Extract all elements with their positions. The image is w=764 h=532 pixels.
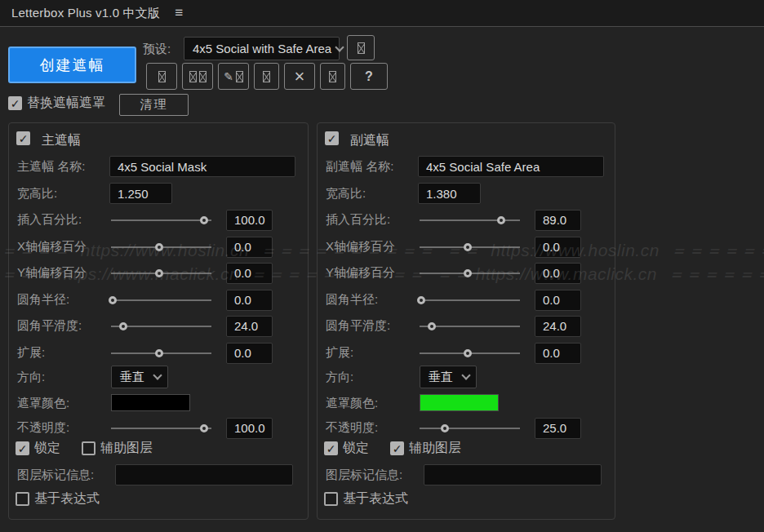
toolbar-button-4[interactable] [254,63,279,90]
secondary-yoffset-value[interactable]: 0.0 [535,263,581,284]
main-letterbox-panel: ✓ 主遮幅 主遮幅 名称: 宽高比: 插入百分比: 100.0 X轴偏移百分 0… [8,122,309,520]
secondary-ratio-input[interactable] [418,183,481,204]
main-xoffset-slider[interactable] [111,236,211,259]
slider-thumb[interactable] [109,296,117,304]
secondary-yoffset-slider[interactable] [420,262,520,285]
secondary-xoffset-row: X轴偏移百分 0.0 [318,236,615,259]
secondary-panel-title: 副遮幅 [350,132,389,149]
secondary-radius-slider[interactable] [420,289,520,312]
slider-track[interactable] [111,299,211,301]
main-expand-slider[interactable] [111,342,211,365]
main-smooth-slider[interactable] [111,315,211,338]
create-letterbox-button[interactable]: 创建遮幅 [8,47,136,83]
slider-track[interactable] [111,428,211,429]
main-radius-value[interactable]: 0.0 [226,290,273,311]
secondary-expand-value[interactable]: 0.0 [535,343,581,364]
toolbar-button-1[interactable] [146,63,177,90]
main-guide-checkbox[interactable]: ✓ [82,441,96,455]
slider-thumb[interactable] [464,269,472,277]
toolbar-button-3[interactable]: ✎ [218,63,249,90]
main-inset-value[interactable]: 100.0 [226,210,273,231]
main-yoffset-value[interactable]: 0.0 [226,263,273,284]
main-opacity-value[interactable]: 100.0 [226,418,273,439]
main-expand-row: 扩展: 0.0 [9,342,308,365]
main-marker-label: 图层标记信息: [17,464,94,485]
slider-thumb[interactable] [464,349,472,357]
main-xoffset-value[interactable]: 0.0 [226,237,273,258]
slider-thumb[interactable] [155,349,163,357]
main-lock-checkbox[interactable]: ✓ [16,441,29,455]
main-inset-slider[interactable] [111,209,211,232]
main-yoffset-row: Y轴偏移百分 0.0 [9,262,308,285]
secondary-name-input[interactable] [418,156,604,177]
secondary-expand-slider[interactable] [420,342,520,365]
main-name-label: 主遮幅 名称: [17,156,85,177]
slider-thumb[interactable] [497,216,505,224]
main-direction-dropdown[interactable]: 垂直 [111,366,168,388]
secondary-inset-value[interactable]: 89.0 [535,210,581,231]
main-name-input[interactable] [109,156,295,177]
main-direction-label: 方向: [17,366,45,388]
unknown-glyph-icon [189,71,197,82]
slider-thumb[interactable] [200,216,208,224]
slider-track[interactable] [420,299,520,301]
main-opacity-row: 不透明度: 100.0 [9,417,308,440]
slider-thumb[interactable] [417,296,425,304]
secondary-enable-checkbox[interactable]: ✓ [325,131,339,145]
replace-mask-row: ✓ 替换遮幅遮罩 [8,95,105,112]
slider-thumb[interactable] [155,269,163,277]
secondary-smooth-slider[interactable] [420,315,520,338]
toolbar-button-delete[interactable]: × [284,63,315,90]
main-expression-checkbox[interactable]: ✓ [16,492,29,506]
secondary-inset-slider[interactable] [420,209,520,232]
slider-thumb[interactable] [428,322,436,330]
clean-button[interactable]: 清理 [119,94,189,116]
secondary-opacity-value[interactable]: 25.0 [535,418,581,439]
secondary-xoffset-value[interactable]: 0.0 [535,237,581,258]
secondary-marker-input[interactable] [424,464,602,485]
secondary-lock-checkbox[interactable]: ✓ [324,441,338,455]
slider-thumb[interactable] [119,322,127,330]
main-inset-row: 插入百分比: 100.0 [9,209,308,232]
secondary-expression-label: 基于表达式 [343,490,408,508]
slider-thumb[interactable] [155,243,163,251]
main-opacity-label: 不透明度: [17,417,69,438]
help-icon: ? [365,69,373,84]
hamburger-menu-icon[interactable]: ≡ [175,5,183,21]
main-yoffset-slider[interactable] [111,262,211,285]
main-opacity-slider[interactable] [111,417,211,440]
slider-thumb[interactable] [200,424,208,432]
main-expression-label: 基于表达式 [34,490,100,508]
slider-thumb[interactable] [464,243,472,251]
preset-dropdown[interactable]: 4x5 Social with Safe Area [184,37,340,60]
main-radius-slider[interactable] [111,289,211,312]
secondary-expression-checkbox[interactable]: ✓ [324,492,338,506]
unknown-glyph-icon [236,71,243,82]
toolbar-button-help[interactable]: ? [350,63,388,90]
secondary-direction-dropdown[interactable]: 垂直 [420,366,477,388]
secondary-guide-checkbox[interactable]: ✓ [390,441,404,455]
slider-thumb[interactable] [441,424,449,432]
main-radius-label: 圆角半径: [17,289,69,310]
unknown-glyph-icon [199,71,207,82]
secondary-inset-label: 插入百分比: [326,209,390,230]
main-mask-color-swatch[interactable] [111,394,190,411]
pen-icon: ✎ [224,70,233,83]
secondary-opacity-slider[interactable] [420,417,520,440]
secondary-smooth-row: 圆角平滑度: 24.0 [318,315,615,338]
slider-track[interactable] [111,219,211,221]
secondary-mask-color-swatch[interactable] [420,394,499,411]
main-smooth-value[interactable]: 24.0 [226,316,273,337]
toolbar-button-6[interactable] [320,63,345,90]
preset-extra-button[interactable] [347,35,375,60]
main-marker-input[interactable] [115,464,293,485]
replace-mask-checkbox[interactable]: ✓ [8,96,22,110]
secondary-smooth-value[interactable]: 24.0 [535,316,581,337]
main-enable-checkbox[interactable]: ✓ [16,131,30,145]
secondary-xoffset-slider[interactable] [420,236,520,259]
main-expand-value[interactable]: 0.0 [226,343,273,364]
toolbar-button-2[interactable] [182,63,213,90]
secondary-radius-value[interactable]: 0.0 [535,290,581,311]
main-ratio-input[interactable] [109,183,172,204]
slider-track[interactable] [420,428,520,429]
